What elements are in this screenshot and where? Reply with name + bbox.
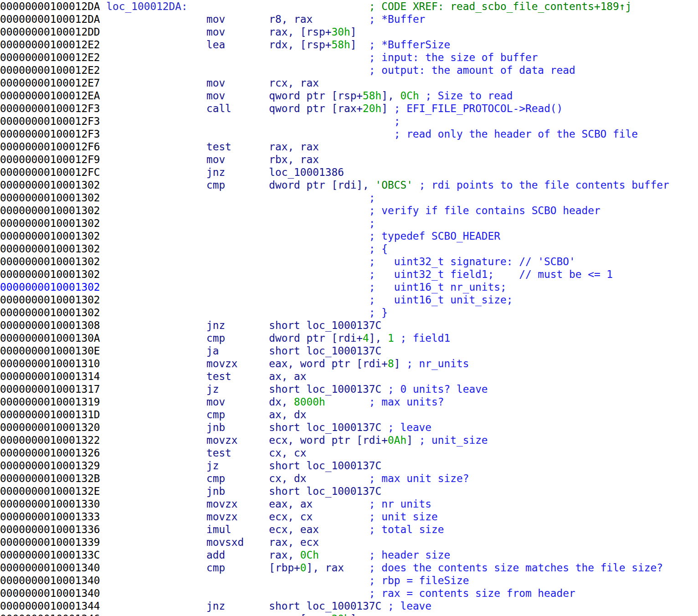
disasm-line[interactable]: 000000001000132B cmp cx, dx ; max unit s… [0,472,698,485]
disasm-line[interactable]: 000000001000133C add rax, 0Ch ; header s… [0,549,698,561]
spacer [225,613,269,616]
comment: ; 0 units? leave [388,383,488,395]
spacer [319,524,369,535]
disasm-line[interactable]: 00000000100012FC jnz loc_10001386 [0,166,698,179]
disasm-line[interactable]: 000000001000131D cmp ax, dx [0,408,698,421]
spacer [100,421,206,433]
disasm-line[interactable]: 0000000010001302 ; [0,217,698,230]
spacer [100,256,369,267]
instruction-text: ] [350,613,357,616]
disasm-line[interactable]: 00000000100012E2 ; output: the amount of… [0,64,698,77]
disasm-line[interactable]: 00000000100012EA mov qword ptr [rsp+58h]… [0,89,698,102]
disasm-line[interactable]: 000000001000130E ja short loc_1000137C [0,344,698,357]
disasm-line[interactable]: 0000000010001319 mov dx, 8000h ; max uni… [0,395,698,408]
instruction-text: lea [206,39,225,51]
spacer [219,383,269,395]
instruction-text: imul [206,524,231,535]
disasm-line[interactable]: 0000000010001302 ; [0,191,698,204]
spacer [100,243,369,255]
disasm-line[interactable]: 00000000100012E2 ; input: the size of bu… [0,51,698,64]
address: 000000001000133C [0,549,100,561]
disasm-line[interactable]: 00000000100012F6 test rax, rax [0,140,698,153]
disasm-line[interactable]: 0000000010001322 movzx ecx, word ptr [rd… [0,434,698,447]
instruction-text: rax, ecx [269,536,319,548]
disasm-line[interactable]: 0000000010001302 ; verify if file contai… [0,204,698,217]
disasm-line[interactable]: 0000000010001308 jnz short loc_1000137C [0,319,698,332]
disasm-line[interactable]: 0000000010001333 movzx ecx, cx ; unit si… [0,510,698,523]
disasm-line[interactable]: 0000000010001302 ; uint32_t field1; // m… [0,268,698,281]
disasm-line[interactable]: 0000000010001329 jz short loc_1000137C [0,459,698,472]
disasm-line[interactable]: 0000000010001339 movsxd rax, ecx [0,536,698,549]
spacer [100,511,206,523]
disasm-line[interactable]: 0000000010001317 jz short loc_1000137C ;… [0,383,698,395]
disasm-line[interactable]: 00000000100012F3 call qword ptr [rax+20h… [0,102,698,115]
comment: ; header size [369,549,450,561]
comment: ; uint16_t nr_units; [369,281,507,293]
spacer [100,524,206,535]
address: 00000000100012DD [0,26,100,38]
disasm-line[interactable]: 00000000100012DA loc_100012DA: ; CODE XR… [0,0,698,13]
disasm-line[interactable]: 00000000100012DD mov rax, [rsp+30h] [0,26,698,38]
comment: ; input: the size of buffer [369,51,538,63]
disasm-line[interactable]: 0000000010001340 ; rbp = fileSize [0,574,698,587]
spacer [100,154,206,165]
instruction-text: movzx [206,511,238,523]
instruction-text: eax, word ptr [rdi+ [269,358,388,370]
disasm-line[interactable]: 000000001000132E jnb short loc_1000137C [0,485,698,498]
comment: ; [394,115,400,127]
disasm-line[interactable]: 0000000010001310 movzx eax, word ptr [rd… [0,357,698,370]
comment: ; *Buffer [369,13,426,25]
spacer [100,447,206,459]
disasm-line[interactable]: 0000000010001326 test cx, cx [0,447,698,459]
disasm-line[interactable]: 0000000010001320 jnb short loc_1000137C … [0,421,698,434]
disasm-line[interactable]: 0000000010001302 ; uint32_t signature: /… [0,255,698,268]
address: 0000000010001319 [0,396,100,408]
spacer [100,77,206,89]
disasm-line[interactable]: 0000000010001302 ; } [0,306,698,319]
disasm-line[interactable]: 0000000010001330 movzx eax, ax ; nr unit… [0,498,698,510]
address: 00000000100012FC [0,166,100,178]
spacer [100,498,206,510]
disasm-line[interactable]: 00000000100012E7 mov rcx, rax [0,77,698,89]
disasm-line[interactable]: 00000000100012E2 lea rdx, [rsp+58h] ; *B… [0,38,698,51]
disasm-line[interactable]: 0000000010001346 mov rax, [rsp+30h] [0,612,698,616]
disasm-line[interactable]: 0000000010001314 test ax, ax [0,370,698,383]
disasm-line[interactable]: 0000000010001302 ; uint16_t unit_size; [0,293,698,306]
instruction-text: ecx, cx [269,511,313,523]
spacer [231,447,269,459]
instruction-text: movsxd [206,536,244,548]
disasm-line[interactable]: 00000000100012F3 ; [0,115,698,128]
disasm-line[interactable]: 0000000010001302 ; typedef SCBO_HEADER [0,230,698,242]
number-literal: 0Ah [388,434,406,446]
disasm-line[interactable]: 00000000100012DA mov r8, rax ; *Buffer [0,13,698,26]
address: 000000001000130E [0,345,100,357]
instruction-text: jz [206,383,219,395]
disasm-line[interactable]: 0000000010001302 ; { [0,242,698,255]
spacer [188,0,369,12]
comment: ; read only the header of the SCBO file [394,128,638,140]
spacer [100,332,206,344]
instruction-text: add [206,549,225,561]
spacer [100,370,206,382]
instruction-text: qword ptr [rax+ [269,103,363,114]
disasm-line[interactable]: 0000000010001336 imul ecx, eax ; total s… [0,523,698,536]
disasm-line[interactable]: 0000000010001302 cmp dword ptr [rdi], 'O… [0,179,698,191]
address: 0000000010001333 [0,511,100,523]
spacer [100,141,206,153]
disasm-line[interactable]: 00000000100012F9 mov rbx, rax [0,153,698,166]
disasm-line[interactable]: 000000001000130A cmp dword ptr [rdi+4], … [0,332,698,344]
number-literal: 1 [388,332,394,344]
comment: ; Size to read [425,90,513,102]
disasm-line[interactable]: 0000000010001340 cmp [rbp+0], rax ; does… [0,561,698,574]
disasm-line[interactable]: 0000000010001340 ; rax = contents size f… [0,587,698,600]
disasm-line[interactable]: 0000000010001302 ; uint16_t nr_units; [0,281,698,293]
address: 0000000010001302 [0,268,100,280]
spacer [100,217,369,229]
comment: ; typedef SCBO_HEADER [369,230,500,242]
address: 0000000010001336 [0,524,100,535]
address: 0000000010001326 [0,447,100,459]
disasm-line[interactable]: 00000000100012F3 ; read only the header … [0,128,698,140]
disasm-line[interactable]: 0000000010001344 jnz short loc_1000137C … [0,600,698,612]
number-literal: 0Ch [300,549,319,561]
instruction-text: rbx, rax [269,154,319,165]
